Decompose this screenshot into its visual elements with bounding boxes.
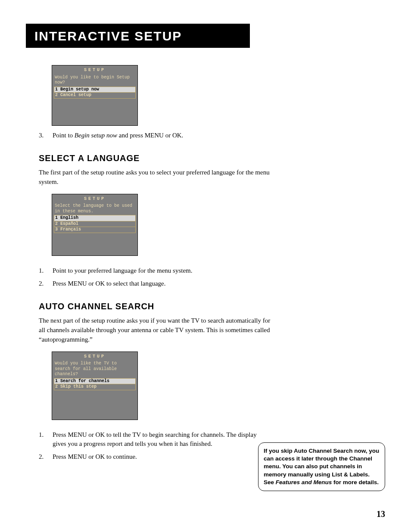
tv-option-num: 1 bbox=[55, 215, 58, 220]
step-number: 1. bbox=[39, 266, 53, 276]
tv-option-cancel: 2 Cancel setup bbox=[54, 93, 136, 99]
tv-box-title: SETUP bbox=[52, 65, 137, 75]
tv-option-num: 2 bbox=[55, 221, 58, 226]
step-list-language: 1. Point to your preferred language for … bbox=[39, 266, 271, 289]
step-text: Press MENU or OK to select that language… bbox=[53, 279, 271, 289]
tv-box-prompt: Select the language to be used in these … bbox=[52, 203, 137, 214]
tv-option-num: 3 bbox=[55, 227, 58, 232]
tv-option-label: Français bbox=[60, 227, 81, 232]
section-intro-autosearch: The next part of the setup routine asks … bbox=[39, 316, 271, 344]
step-list-after-box1: 3. Point to Begin setup now and press ME… bbox=[39, 131, 271, 140]
tv-option-begin-now: 1 Begin setup now bbox=[54, 87, 136, 93]
tv-box-prompt: Would you like the TV to search for all … bbox=[52, 361, 137, 377]
tv-option-num: 1 bbox=[55, 87, 58, 92]
tv-option-label: Begin setup now bbox=[60, 87, 99, 92]
tv-option-label: Cancel setup bbox=[60, 93, 91, 97]
tv-option-label: Search for channels bbox=[60, 379, 109, 383]
section-heading-language: Select a Language bbox=[39, 152, 271, 165]
tv-option-search-channels: 1 Search for channels bbox=[54, 378, 136, 385]
step-item: 1. Point to your preferred language for … bbox=[39, 266, 271, 276]
tv-option-skip-step: 2 Skip this step bbox=[54, 384, 136, 390]
tv-screenshot-language: SETUP Select the language to be used in … bbox=[52, 194, 138, 256]
tv-option-english: 1 English bbox=[54, 215, 136, 221]
step-text-pre: Point to bbox=[53, 132, 75, 139]
tv-option-francais: 3 Français bbox=[54, 227, 136, 233]
step-number: 2. bbox=[39, 452, 53, 462]
tv-box-prompt: Would you like to begin Setup now? bbox=[52, 75, 137, 86]
tv-option-label: Español bbox=[60, 221, 78, 226]
tv-option-label: English bbox=[60, 215, 78, 220]
tv-option-num: 1 bbox=[55, 379, 58, 383]
page-title-banner: Interactive Setup bbox=[26, 24, 250, 48]
step-text-emph: Begin setup now bbox=[75, 132, 117, 139]
page-number: 13 bbox=[377, 509, 385, 519]
tv-option-espanol: 2 Español bbox=[54, 221, 136, 227]
step-number: 3. bbox=[39, 131, 53, 140]
step-list-autosearch: 1. Press MENU or OK to tell the TV to be… bbox=[39, 430, 271, 462]
step-text-post: and press MENU or OK. bbox=[117, 132, 183, 139]
note-text-emph: Features and Menus bbox=[276, 479, 332, 485]
callout-note-autosearch: If you skip Auto Channel Search now, you… bbox=[258, 442, 385, 491]
note-text-part2: for more details. bbox=[332, 479, 379, 485]
step-text: Press MENU or OK to tell the TV to begin… bbox=[53, 430, 271, 449]
tv-option-num: 2 bbox=[55, 384, 58, 389]
tv-box-options: 1 English 2 Español 3 Français bbox=[52, 215, 137, 233]
step-text: Point to Begin setup now and press MENU … bbox=[53, 131, 271, 140]
step-item: 3. Point to Begin setup now and press ME… bbox=[39, 131, 271, 140]
tv-box-title: SETUP bbox=[52, 194, 137, 204]
tv-box-options: 1 Begin setup now 2 Cancel setup bbox=[52, 87, 137, 99]
tv-box-title: SETUP bbox=[52, 352, 137, 361]
section-intro-language: The first part of the setup routine asks… bbox=[39, 168, 271, 187]
section-heading-autosearch: Auto Channel Search bbox=[39, 300, 271, 313]
step-number: 1. bbox=[39, 430, 53, 449]
step-text: Point to your preferred language for the… bbox=[53, 266, 271, 276]
step-text: Press MENU or OK to continue. bbox=[53, 452, 271, 462]
step-item: 1. Press MENU or OK to tell the TV to be… bbox=[39, 430, 271, 449]
step-item: 2. Press MENU or OK to continue. bbox=[39, 452, 271, 462]
tv-screenshot-autosearch: SETUP Would you like the TV to search fo… bbox=[52, 352, 138, 420]
tv-option-num: 2 bbox=[55, 93, 58, 97]
tv-box-options: 1 Search for channels 2 Skip this step bbox=[52, 378, 137, 390]
tv-screenshot-begin-setup: SETUP Would you like to begin Setup now?… bbox=[52, 65, 138, 126]
step-number: 2. bbox=[39, 279, 53, 289]
step-item: 2. Press MENU or OK to select that langu… bbox=[39, 279, 271, 289]
page-title-text: Interactive Setup bbox=[34, 29, 182, 43]
tv-option-label: Skip this step bbox=[60, 384, 97, 389]
